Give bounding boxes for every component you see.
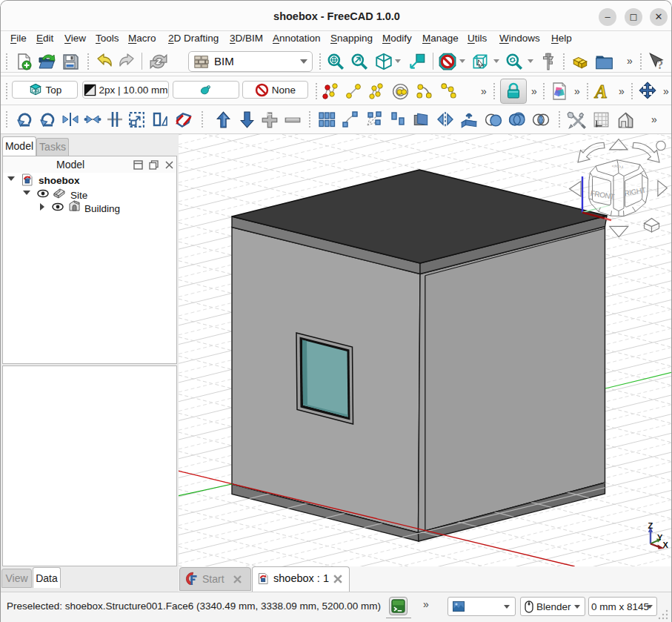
svg-text:Z: Z: [648, 521, 653, 530]
svg-text:?: ?: [657, 59, 663, 71]
svg-text:X: X: [663, 540, 669, 549]
svg-text:A: A: [593, 82, 608, 102]
